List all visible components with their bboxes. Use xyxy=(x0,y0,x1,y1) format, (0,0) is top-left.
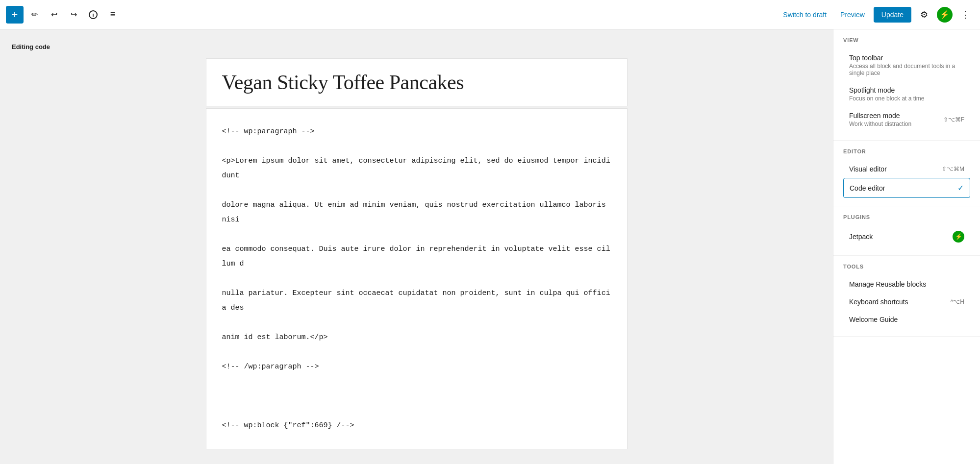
jetpack-title: Jetpack xyxy=(849,233,949,241)
code-editor-item[interactable]: Code editor ✓ xyxy=(843,178,970,198)
fullscreen-mode-item[interactable]: Fullscreen mode Work without distraction… xyxy=(843,107,970,132)
title-block: Vegan Sticky Toffee Pancakes xyxy=(206,58,628,106)
jetpack-menu-icon: ⚡ xyxy=(953,231,964,243)
top-toolbar: + ✏ ↩ ↪ i ≡ Switch to draft Preview Upda… xyxy=(0,0,980,29)
keyboard-shortcuts-shortcut: ^⌥H xyxy=(951,298,964,305)
jetpack-bolt-icon: ⚡ xyxy=(940,10,950,19)
main-area: Editing code Vegan Sticky Toffee Pancake… xyxy=(0,29,980,464)
edit-button[interactable]: ✏ xyxy=(25,6,43,24)
code-editor-block[interactable]: <!-- wp:paragraph --> <p>Lorem ipsum dol… xyxy=(206,108,628,449)
gear-icon: ⚙ xyxy=(920,9,928,20)
welcome-guide-item[interactable]: Welcome Guide xyxy=(843,311,970,328)
switch-to-draft-button[interactable]: Switch to draft xyxy=(778,8,831,22)
redo-icon: ↪ xyxy=(71,10,77,19)
add-block-button[interactable]: + xyxy=(6,6,24,24)
plugins-section-label: PLUGINS xyxy=(843,214,970,220)
keyboard-shortcuts-title: Keyboard shortcuts xyxy=(849,298,947,306)
editor-section: EDITOR Visual editor ⇧⌥⌘M Code editor ✓ xyxy=(833,141,980,206)
settings-button[interactable]: ⚙ xyxy=(915,6,933,24)
visual-editor-shortcut: ⇧⌥⌘M xyxy=(942,166,964,172)
manage-reusable-blocks-title: Manage Reusable blocks xyxy=(849,280,926,288)
spotlight-mode-title: Spotlight mode xyxy=(849,86,964,94)
plugins-section: PLUGINS Jetpack ⚡ xyxy=(833,206,980,256)
fullscreen-shortcut: ⇧⌥⌘F xyxy=(943,116,964,123)
editor-section-label: EDITOR xyxy=(843,148,970,154)
more-icon: ⋮ xyxy=(961,9,970,20)
editing-code-label: Editing code xyxy=(0,39,833,58)
list-view-button[interactable]: ≡ xyxy=(104,6,122,24)
jetpack-bolt-menu-icon: ⚡ xyxy=(955,233,962,240)
toolbar-right: Switch to draft Preview Update ⚙ ⚡ ⋮ xyxy=(778,6,974,24)
tools-section: TOOLS Manage Reusable blocks Keyboard sh… xyxy=(833,256,980,337)
code-editor-title: Code editor xyxy=(850,184,954,192)
undo-icon: ↩ xyxy=(51,10,57,19)
pencil-icon: ✏ xyxy=(31,10,38,19)
welcome-guide-title: Welcome Guide xyxy=(849,316,898,323)
keyboard-shortcuts-item[interactable]: Keyboard shortcuts ^⌥H xyxy=(843,293,970,311)
view-section-label: VIEW xyxy=(843,37,970,43)
tools-section-label: TOOLS xyxy=(843,264,970,269)
post-title[interactable]: Vegan Sticky Toffee Pancakes xyxy=(222,71,611,94)
manage-reusable-blocks-item[interactable]: Manage Reusable blocks xyxy=(843,275,970,293)
fullscreen-mode-desc: Work without distraction xyxy=(849,121,939,127)
update-button[interactable]: Update xyxy=(874,7,911,23)
info-icon: i xyxy=(89,10,98,19)
preview-button[interactable]: Preview xyxy=(835,8,870,22)
plus-icon: + xyxy=(12,9,18,20)
editor-content: Vegan Sticky Toffee Pancakes <!-- wp:par… xyxy=(206,58,628,449)
right-panel: VIEW Top toolbar Access all block and do… xyxy=(833,29,980,464)
toolbar-left: + ✏ ↩ ↪ i ≡ xyxy=(6,6,776,24)
jetpack-item[interactable]: Jetpack ⚡ xyxy=(843,226,970,247)
spotlight-mode-item[interactable]: Spotlight mode Focus on one block at a t… xyxy=(843,81,970,107)
fullscreen-mode-title: Fullscreen mode xyxy=(849,112,939,120)
info-button[interactable]: i xyxy=(84,6,102,24)
spotlight-mode-desc: Focus on one block at a time xyxy=(849,95,964,102)
visual-editor-title: Visual editor xyxy=(849,165,938,173)
jetpack-toolbar-icon[interactable]: ⚡ xyxy=(937,7,953,23)
list-icon: ≡ xyxy=(110,9,116,20)
code-editor-checkmark: ✓ xyxy=(957,183,964,193)
visual-editor-item[interactable]: Visual editor ⇧⌥⌘M xyxy=(843,160,970,178)
top-toolbar-item[interactable]: Top toolbar Access all block and documen… xyxy=(843,49,970,81)
view-section: VIEW Top toolbar Access all block and do… xyxy=(833,29,980,141)
redo-button[interactable]: ↪ xyxy=(65,6,82,24)
editor-area: Editing code Vegan Sticky Toffee Pancake… xyxy=(0,29,833,464)
top-toolbar-desc: Access all block and document tools in a… xyxy=(849,63,964,76)
top-toolbar-title: Top toolbar xyxy=(849,54,964,62)
undo-button[interactable]: ↩ xyxy=(45,6,63,24)
more-options-button[interactable]: ⋮ xyxy=(956,6,974,24)
